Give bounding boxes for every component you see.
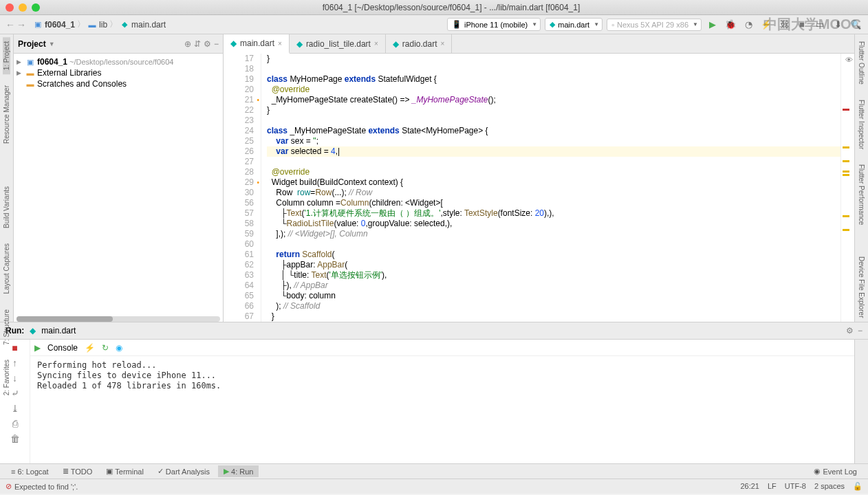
layout-captures-tool[interactable]: Layout Captures <box>3 239 10 298</box>
target-icon[interactable]: ⊕ <box>184 39 191 49</box>
console-area: ■ ↑ ↓ ⤶ ⤓ ⎙ 🗑 ▶ Console ⚡ ↻ ◉ Performing… <box>0 340 868 463</box>
cursor-position[interactable]: 26:21 <box>740 482 759 491</box>
flutter-performance-tool[interactable]: Flutter Performance <box>858 160 865 229</box>
console-tab[interactable]: Console <box>47 343 78 353</box>
avd-selector[interactable]: ▫ Nexus 5X API 29 x86 <box>607 19 702 31</box>
minimize-icon[interactable] <box>19 3 27 12</box>
right-tool-strip: Flutter Outline Flutter Inspector Flutte… <box>854 34 868 322</box>
run-panel-header: Run: ◆ main.dart ⚙ − <box>0 322 868 340</box>
indent[interactable]: 2 spaces <box>814 482 845 491</box>
profile-icon[interactable]: ◔ <box>741 18 755 32</box>
attach-icon[interactable]: ⛓ <box>777 18 791 32</box>
editor-tabs: ◆main.dart×◆radio_list_tile.dart×◆radio.… <box>224 34 854 54</box>
search-icon[interactable]: 🔍 <box>849 18 862 32</box>
phone-icon: 📱 <box>452 20 462 29</box>
hide-icon[interactable]: − <box>858 326 862 336</box>
device-file-explorer-tool[interactable]: Device File Explorer <box>858 252 865 322</box>
open-devtools-icon[interactable]: ◉ <box>116 343 122 353</box>
hide-icon[interactable]: − <box>214 39 219 49</box>
gear-icon[interactable]: ⚙ <box>846 326 854 336</box>
run-target: main.dart <box>41 326 76 336</box>
gear-icon[interactable]: ⚙ <box>204 39 211 49</box>
library-icon: ▬ <box>25 68 35 78</box>
project-tree[interactable]: ▶ ▣ f0604_1 ~/Desktop/lesson/source/f060… <box>14 54 223 92</box>
code-content[interactable]: }class MyHomePage extends StatefulWidget… <box>261 54 840 322</box>
window-title: f0604_1 [~/Desktop/lesson/source/f0604_1… <box>40 3 862 12</box>
down-icon[interactable]: ↓ <box>12 373 17 384</box>
hot-reload-icon[interactable]: ⚡ <box>759 18 773 32</box>
hot-reload-icon[interactable]: ⚡ <box>85 343 95 353</box>
hot-restart-icon[interactable]: ↻ <box>102 343 109 353</box>
collapse-icon[interactable]: ⇵ <box>194 39 201 49</box>
close-icon[interactable]: × <box>278 40 282 47</box>
run-config-selector[interactable]: ◆ main.dart <box>545 18 603 31</box>
back-icon[interactable]: ← <box>6 19 15 30</box>
project-label: Project <box>18 39 46 49</box>
todo-tab[interactable]: ≣TODO <box>57 465 98 477</box>
inspection-icon[interactable]: 👁 <box>845 55 853 65</box>
window-controls <box>6 3 40 12</box>
tree-row-root[interactable]: ▶ ▣ f0604_1 ~/Desktop/lesson/source/f060… <box>14 56 223 67</box>
editor-tab[interactable]: ◆radio.dart× <box>386 34 453 53</box>
console-tabs: ▶ Console ⚡ ↻ ◉ <box>30 340 854 356</box>
dart-analysis-tab[interactable]: ✓Dart Analysis <box>152 465 215 477</box>
close-icon[interactable] <box>6 3 14 12</box>
project-panel-header: Project ▼ ⊕ ⇵ ⚙ − <box>14 34 223 54</box>
flutter-outline-tool[interactable]: Flutter Outline <box>858 37 865 89</box>
scratch-icon: ▬ <box>25 79 35 89</box>
breadcrumb-file: main.dart <box>131 20 166 30</box>
editor-area: ◆main.dart×◆radio_list_tile.dart×◆radio.… <box>224 34 854 322</box>
lock-icon[interactable]: 🔓 <box>853 482 862 491</box>
status-bar: ⊘ Expected to find ';'. 26:21 LF UTF-8 2… <box>0 478 868 494</box>
line-separator[interactable]: LF <box>768 482 777 491</box>
title-bar: f0604_1 [~/Desktop/lesson/source/f0604_1… <box>0 0 868 15</box>
breadcrumb-folder: lib <box>99 20 107 30</box>
bottom-tool-tabs: ≡6: Logcat ≣TODO ▣Terminal ✓Dart Analysi… <box>0 463 868 478</box>
status-message: Expected to find ';'. <box>14 483 78 491</box>
wrap-icon[interactable]: ⤶ <box>11 388 19 399</box>
resource-manager-tool[interactable]: Resource Manager <box>3 81 10 148</box>
code-area[interactable]: 1718192021•2223242526272829•305657585960… <box>224 54 854 322</box>
project-tool[interactable]: 1: Project <box>3 37 10 74</box>
rerun-icon[interactable]: ▶ <box>34 343 41 353</box>
maximize-icon[interactable] <box>32 3 40 12</box>
close-icon[interactable]: × <box>374 40 378 47</box>
device-selector[interactable]: 📱 iPhone 11 (mobile) <box>447 18 541 31</box>
tree-row-scratches[interactable]: ▬ Scratches and Consoles <box>14 78 223 89</box>
run-tab[interactable]: ▶4: Run <box>218 465 259 477</box>
console-output[interactable]: Performing hot reload... Syncing files t… <box>30 356 854 463</box>
build-variants-tool[interactable]: Build Variants <box>3 182 10 232</box>
nav-arrows: ← → <box>6 19 26 30</box>
sdk-manager-icon[interactable]: ⬇ <box>831 18 845 32</box>
error-strip[interactable]: 👁 <box>840 54 854 322</box>
stop-icon[interactable]: ■ <box>795 18 809 32</box>
debug-icon[interactable]: 🐞 <box>724 18 737 32</box>
run-icon[interactable]: ▶ <box>706 18 719 32</box>
tree-row-external[interactable]: ▶ ▬ External Libraries <box>14 67 223 78</box>
print-icon[interactable]: ⎙ <box>12 418 18 429</box>
logcat-tab[interactable]: ≡6: Logcat <box>6 466 54 477</box>
breadcrumb[interactable]: ▣ f0604_1 〉 ▬ lib 〉 ◆ main.dart <box>33 19 166 30</box>
close-icon[interactable]: × <box>440 40 444 47</box>
flutter-inspector-tool[interactable]: Flutter Inspector <box>858 96 865 153</box>
up-icon[interactable]: ↑ <box>12 358 17 368</box>
error-icon: ⊘ <box>6 482 12 491</box>
scroll-icon[interactable]: ⤓ <box>11 403 19 414</box>
favorites-tool[interactable]: 2: Favorites <box>3 355 10 399</box>
project-icon: ▣ <box>25 57 35 67</box>
editor-tab[interactable]: ◆radio_list_tile.dart× <box>290 34 386 53</box>
terminal-tab[interactable]: ▣Terminal <box>100 465 149 477</box>
forward-icon[interactable]: → <box>17 19 26 30</box>
dart-file-icon: ◆ <box>120 20 129 30</box>
stop-icon[interactable]: ■ <box>12 342 17 353</box>
right-tool-strip-bottom <box>854 340 868 463</box>
trash-icon[interactable]: 🗑 <box>10 433 20 444</box>
horizontal-scrollbar[interactable] <box>17 316 220 322</box>
editor-tab[interactable]: ◆main.dart× <box>224 34 290 54</box>
avd-manager-icon[interactable]: ▭ <box>813 18 827 32</box>
encoding[interactable]: UTF-8 <box>785 482 806 491</box>
android-icon: ▫ <box>611 21 614 29</box>
event-log-tab[interactable]: ◉Event Log <box>808 465 862 477</box>
structure-tool[interactable]: 7: Structure <box>3 305 10 349</box>
line-number-gutter: 1718192021•2223242526272829•305657585960… <box>224 54 261 322</box>
